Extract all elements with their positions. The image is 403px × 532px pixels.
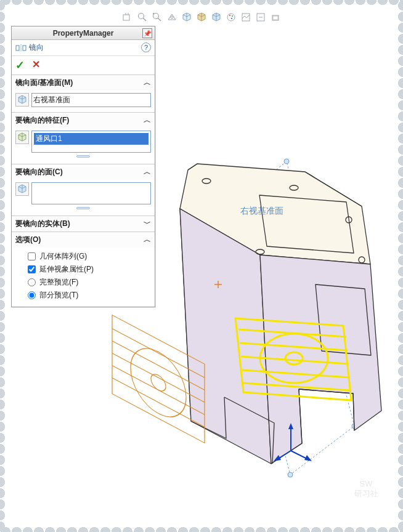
bodies-label: 要镜向的实体(B) [15,219,70,229]
full-preview-radio[interactable] [28,278,36,286]
faces-section: 要镜向的面(C) ︿ [12,164,155,216]
heads-up-view-toolbar [7,11,396,23]
svg-point-5 [171,16,173,18]
options-section: 选项(O) ︿ 几何体阵列(G) 延伸视象属性(P) 完整预览(F) [12,232,155,307]
collapse-icon[interactable]: ︿ [144,78,151,88]
view-orientation-icon[interactable] [181,11,193,23]
cancel-button[interactable]: ✕ [32,58,40,72]
ok-button[interactable]: ✓ [15,58,25,72]
mirror-plane-listbox[interactable]: 右视基准面 [31,93,151,107]
view-cube-icon[interactable] [269,11,282,23]
partial-preview-label: 部分预览(T) [39,290,78,300]
view-setting-dropdown-icon[interactable] [254,11,267,23]
svg-point-7 [229,15,230,16]
bodies-section: 要镜向的实体(B) ﹀ [12,216,155,232]
faces-label: 要镜向的面(C) [15,167,63,177]
features-label: 要镜向的特征(F) [15,115,69,126]
feature-selector-icon[interactable] [15,131,29,144]
options-header[interactable]: 选项(O) ︿ [12,232,155,248]
svg-line-4 [158,18,161,21]
full-preview-row: 完整预览(F) [15,276,151,289]
svg-point-30 [131,337,186,429]
zoom-to-fit-icon[interactable] [121,11,134,23]
resize-handle[interactable] [15,206,151,211]
collapse-icon[interactable]: ︿ [144,235,151,245]
collapse-icon[interactable]: ︿ [144,167,151,177]
plane-selector-icon[interactable] [15,93,29,107]
svg-marker-47 [304,455,312,461]
hide-show-items-icon[interactable] [210,11,222,23]
collapse-icon[interactable]: ︿ [144,115,151,126]
watermark: SW 研习社 [348,470,385,507]
geometry-pattern-label: 几何体阵列(G) [39,251,87,262]
svg-rect-13 [274,17,277,19]
panel-header: PropertyManager 📌 [12,26,155,40]
svg-point-21 [288,472,293,477]
propagate-visual-label: 延伸视象属性(P) [39,264,94,275]
features-header[interactable]: 要镜向的特征(F) ︿ [12,113,155,128]
apply-scene-icon[interactable] [240,11,252,23]
section-view-icon[interactable] [166,11,178,23]
svg-rect-15 [23,46,26,50]
face-selector-icon[interactable] [15,182,29,196]
panel-title: PropertyManager [53,29,114,38]
mirror-plane-header[interactable]: 镜向面/基准面(M) ︿ [12,75,155,91]
bodies-header[interactable]: 要镜向的实体(B) ﹀ [12,216,155,232]
property-manager-panel: PropertyManager 📌 镜向 ? ✓ ✕ 镜向面/基准面(M) ︿ [11,26,155,307]
features-section: 要镜向的特征(F) ︿ 通风口1 [12,112,155,164]
partial-preview-radio[interactable] [28,291,36,299]
options-label: 选项(O) [15,235,41,245]
feature-name-label: 镜向 [29,42,44,53]
geometry-pattern-checkbox[interactable] [28,252,36,260]
zoom-area-icon[interactable] [136,11,149,23]
full-preview-label: 完整预览(F) [39,277,78,288]
svg-point-17 [284,159,289,164]
edit-appearance-icon[interactable] [225,11,237,23]
faces-listbox[interactable] [31,182,151,204]
features-selected-item[interactable]: 通风口1 [34,133,149,145]
svg-line-2 [143,18,146,21]
propagate-visual-row: 延伸视象属性(P) [15,263,151,276]
previous-view-icon[interactable] [151,11,163,23]
mirror-feature-icon [15,44,26,52]
feature-title-row: 镜向 ? [12,40,155,56]
help-button[interactable]: ? [141,42,151,52]
svg-rect-14 [16,46,19,50]
expand-icon[interactable]: ﹀ [144,219,151,229]
svg-point-8 [232,15,233,17]
display-style-icon[interactable] [195,11,208,23]
resize-handle[interactable] [15,154,151,159]
pin-panel-button[interactable]: 📌 [142,28,152,38]
geometry-pattern-row: 几何体阵列(G) [15,250,151,263]
confirm-row: ✓ ✕ [12,56,155,75]
svg-rect-0 [123,15,129,20]
mirror-plane-label: 镜向面/基准面(M) [15,78,73,88]
mirror-plane-section: 镜向面/基准面(M) ︿ 右视基准面 [12,75,155,112]
partial-preview-row: 部分预览(T) [15,289,151,302]
plane-label[interactable]: 右视基准面 [240,206,283,217]
faces-header[interactable]: 要镜向的面(C) ︿ [12,164,155,180]
svg-point-6 [227,14,235,21]
propagate-visual-checkbox[interactable] [28,265,36,273]
features-listbox[interactable]: 通风口1 [31,131,151,153]
svg-point-9 [231,18,232,19]
